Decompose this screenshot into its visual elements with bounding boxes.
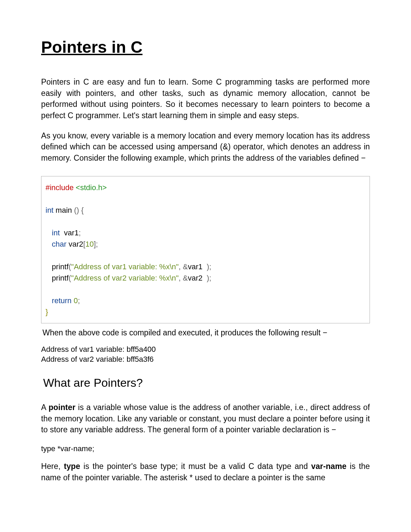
code-printf2: printf	[52, 274, 68, 282]
p2-bold-varname: var-name	[311, 462, 347, 471]
code-p1-arg: var1	[188, 262, 207, 271]
pointer-type-explanation: Here, type is the pointer's base type; i…	[41, 461, 370, 483]
code-p2-arg: var2	[188, 274, 207, 282]
code-fn-main: main	[53, 206, 74, 214]
code-p1-str: "Address of var1 variable: %x\n"	[71, 262, 179, 271]
section-heading-what-are-pointers: What are Pointers?	[41, 376, 370, 389]
code-printf1: printf	[52, 262, 68, 271]
code-decl-char: char	[52, 240, 66, 248]
code-var1: var1	[60, 228, 79, 237]
intro-paragraph-2: As you know, every variable is a memory …	[41, 130, 370, 164]
code-brace-close: }	[46, 308, 48, 316]
code-p1-open: (	[68, 262, 71, 271]
code-p2-str: "Address of var2 variable: %x\n"	[71, 274, 179, 282]
code-paren: ()	[74, 206, 79, 214]
document-page: Pointers in C Pointers in C are easy and…	[0, 0, 411, 506]
code-p1-amp: &	[181, 262, 188, 271]
program-output: Address of var1 variable: bff5a400 Addre…	[41, 344, 370, 364]
p-pre: A	[41, 403, 49, 412]
code-retval: 0	[72, 296, 78, 305]
code-p2-close: );	[207, 274, 211, 282]
code-retsemi: ;	[78, 296, 80, 305]
pointer-declaration-form: type *var-name;	[41, 444, 370, 453]
intro-paragraph-1: Pointers in C are easy and fun to learn.…	[41, 76, 370, 121]
code-header: <stdio.h>	[76, 183, 107, 192]
p-rest: is a variable whose value is the address…	[41, 403, 370, 434]
p2-pre: Here,	[41, 462, 64, 471]
code-p2-open: (	[68, 274, 71, 282]
result-intro: When the above code is compiled and exec…	[41, 328, 370, 337]
code-semi: ;	[79, 228, 81, 237]
code-return: return	[52, 296, 71, 305]
p-bold-pointer: pointer	[49, 403, 76, 412]
code-decl-int: int	[52, 228, 60, 237]
p2-bold-type: type	[64, 462, 80, 471]
code-preproc: #include	[46, 183, 74, 192]
code-brace-open: {	[79, 206, 84, 214]
code-semi2: ;	[96, 240, 98, 248]
code-p2-amp: &	[181, 274, 188, 282]
code-kw-int: int	[46, 206, 53, 214]
code-example-1: #include <stdio.h> int main () { int var…	[41, 176, 370, 323]
code-arr-size: 10	[85, 240, 94, 248]
code-p1-close: );	[207, 262, 211, 271]
page-title: Pointers in C	[41, 38, 370, 57]
pointer-definition-paragraph: A pointer is a variable whose value is t…	[41, 402, 370, 435]
p2-mid: is the pointer's base type; it must be a…	[80, 462, 311, 471]
code-var2: var2	[66, 240, 83, 248]
